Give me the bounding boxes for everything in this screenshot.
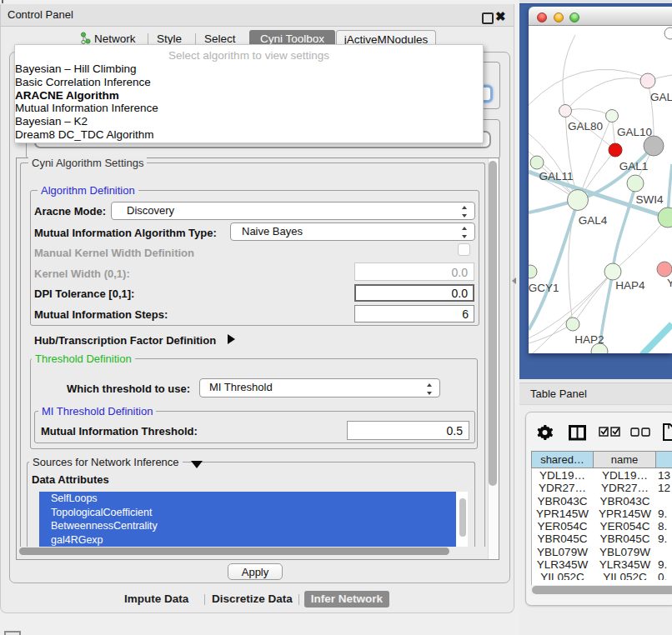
svg-text:HAP2: HAP2	[574, 333, 604, 346]
svg-text:GAL1: GAL1	[619, 160, 649, 172]
svg-text:HAP4: HAP4	[615, 279, 645, 292]
svg-text:GAL80: GAL80	[568, 120, 603, 132]
svg-text:GAL11: GAL11	[539, 170, 573, 182]
svg-text:SWI4: SWI4	[635, 193, 663, 206]
svg-text:GCY1: GCY1	[529, 282, 559, 294]
svg-text:GAL10: GAL10	[617, 126, 652, 138]
svg-text:Y: Y	[667, 277, 672, 289]
svg-text:GAL7: GAL7	[650, 91, 672, 103]
svg-text:GAL4: GAL4	[579, 214, 608, 227]
